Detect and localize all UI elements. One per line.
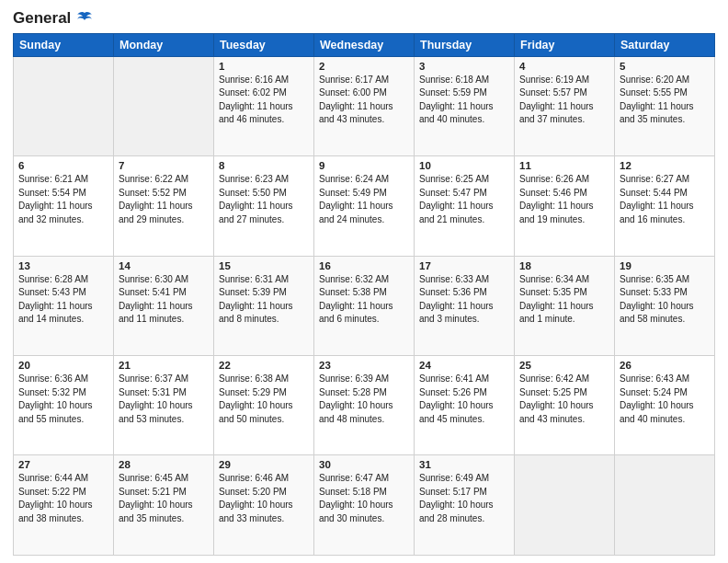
day-info: Sunrise: 6:37 AM Sunset: 5:31 PM Dayligh…: [119, 373, 209, 426]
day-info: Sunrise: 6:41 AM Sunset: 5:26 PM Dayligh…: [419, 373, 509, 426]
day-info: Sunrise: 6:23 AM Sunset: 5:50 PM Dayligh…: [219, 173, 309, 226]
calendar: SundayMondayTuesdayWednesdayThursdayFrid…: [13, 33, 715, 556]
page: General SundayMondayTuesdayWednesdayThur…: [0, 0, 728, 563]
calendar-cell: 9Sunrise: 6:24 AM Sunset: 5:49 PM Daylig…: [314, 156, 415, 256]
calendar-cell: 15Sunrise: 6:31 AM Sunset: 5:39 PM Dayli…: [214, 256, 314, 355]
day-number: 1: [219, 61, 309, 72]
weekday-header: Sunday: [14, 33, 114, 56]
weekday-header: Wednesday: [314, 33, 415, 56]
day-number: 29: [219, 459, 309, 470]
calendar-cell: 27Sunrise: 6:44 AM Sunset: 5:22 PM Dayli…: [14, 455, 114, 556]
day-number: 6: [18, 160, 108, 171]
day-info: Sunrise: 6:38 AM Sunset: 5:29 PM Dayligh…: [219, 373, 309, 426]
calendar-cell: 28Sunrise: 6:45 AM Sunset: 5:21 PM Dayli…: [114, 455, 214, 556]
day-info: Sunrise: 6:21 AM Sunset: 5:54 PM Dayligh…: [18, 173, 108, 226]
day-info: Sunrise: 6:35 AM Sunset: 5:33 PM Dayligh…: [620, 273, 710, 327]
day-info: Sunrise: 6:43 AM Sunset: 5:24 PM Dayligh…: [620, 373, 710, 426]
calendar-cell: 12Sunrise: 6:27 AM Sunset: 5:44 PM Dayli…: [615, 156, 715, 256]
day-number: 21: [119, 360, 209, 371]
day-number: 14: [119, 260, 209, 271]
day-info: Sunrise: 6:27 AM Sunset: 5:44 PM Dayligh…: [620, 173, 710, 226]
day-number: 17: [419, 260, 509, 271]
calendar-cell: 19Sunrise: 6:35 AM Sunset: 5:33 PM Dayli…: [615, 256, 715, 355]
day-number: 25: [519, 360, 609, 371]
day-number: 16: [319, 260, 409, 271]
calendar-cell: 4Sunrise: 6:19 AM Sunset: 5:57 PM Daylig…: [515, 56, 615, 155]
day-number: 20: [18, 360, 108, 371]
day-number: 18: [519, 260, 609, 271]
calendar-cell: 23Sunrise: 6:39 AM Sunset: 5:28 PM Dayli…: [314, 356, 415, 455]
weekday-header: Saturday: [615, 33, 715, 56]
calendar-cell: [515, 455, 615, 556]
day-info: Sunrise: 6:17 AM Sunset: 6:00 PM Dayligh…: [319, 74, 409, 127]
day-number: 10: [419, 160, 509, 171]
calendar-cell: 18Sunrise: 6:34 AM Sunset: 5:35 PM Dayli…: [515, 256, 615, 355]
day-number: 8: [219, 160, 309, 171]
day-number: 26: [620, 360, 710, 371]
day-info: Sunrise: 6:39 AM Sunset: 5:28 PM Dayligh…: [319, 373, 409, 426]
day-number: 11: [519, 160, 609, 171]
day-info: Sunrise: 6:19 AM Sunset: 5:57 PM Dayligh…: [519, 74, 609, 127]
day-info: Sunrise: 6:25 AM Sunset: 5:47 PM Dayligh…: [419, 173, 509, 226]
calendar-cell: 17Sunrise: 6:33 AM Sunset: 5:36 PM Dayli…: [415, 256, 515, 355]
calendar-cell: 31Sunrise: 6:49 AM Sunset: 5:17 PM Dayli…: [415, 455, 515, 556]
weekday-header: Tuesday: [214, 33, 314, 56]
day-info: Sunrise: 6:32 AM Sunset: 5:38 PM Dayligh…: [319, 273, 409, 327]
day-number: 19: [620, 260, 710, 271]
day-info: Sunrise: 6:45 AM Sunset: 5:21 PM Dayligh…: [119, 472, 209, 525]
weekday-header: Monday: [114, 33, 214, 56]
calendar-cell: 14Sunrise: 6:30 AM Sunset: 5:41 PM Dayli…: [114, 256, 214, 355]
day-info: Sunrise: 6:42 AM Sunset: 5:25 PM Dayligh…: [519, 373, 609, 426]
day-info: Sunrise: 6:44 AM Sunset: 5:22 PM Dayligh…: [18, 472, 108, 525]
calendar-cell: 13Sunrise: 6:28 AM Sunset: 5:43 PM Dayli…: [14, 256, 114, 355]
calendar-cell: 30Sunrise: 6:47 AM Sunset: 5:18 PM Dayli…: [314, 455, 415, 556]
calendar-cell: 16Sunrise: 6:32 AM Sunset: 5:38 PM Dayli…: [314, 256, 415, 355]
day-info: Sunrise: 6:28 AM Sunset: 5:43 PM Dayligh…: [18, 273, 108, 327]
day-info: Sunrise: 6:18 AM Sunset: 5:59 PM Dayligh…: [419, 74, 509, 127]
day-number: 12: [620, 160, 710, 171]
day-info: Sunrise: 6:46 AM Sunset: 5:20 PM Dayligh…: [219, 472, 309, 525]
calendar-cell: 25Sunrise: 6:42 AM Sunset: 5:25 PM Dayli…: [515, 356, 615, 455]
day-number: 7: [119, 160, 209, 171]
day-number: 9: [319, 160, 409, 171]
calendar-cell: 1Sunrise: 6:16 AM Sunset: 6:02 PM Daylig…: [214, 56, 314, 155]
day-info: Sunrise: 6:34 AM Sunset: 5:35 PM Dayligh…: [519, 273, 609, 327]
calendar-cell: 11Sunrise: 6:26 AM Sunset: 5:46 PM Dayli…: [515, 156, 615, 256]
day-info: Sunrise: 6:30 AM Sunset: 5:41 PM Dayligh…: [119, 273, 209, 327]
day-info: Sunrise: 6:49 AM Sunset: 5:17 PM Dayligh…: [419, 472, 509, 525]
calendar-cell: 6Sunrise: 6:21 AM Sunset: 5:54 PM Daylig…: [14, 156, 114, 256]
calendar-cell: [14, 56, 114, 155]
day-info: Sunrise: 6:31 AM Sunset: 5:39 PM Dayligh…: [219, 273, 309, 327]
day-info: Sunrise: 6:26 AM Sunset: 5:46 PM Dayligh…: [519, 173, 609, 226]
calendar-cell: 20Sunrise: 6:36 AM Sunset: 5:32 PM Dayli…: [14, 356, 114, 455]
day-number: 5: [620, 61, 710, 72]
day-number: 23: [319, 360, 409, 371]
day-number: 22: [219, 360, 309, 371]
calendar-cell: 29Sunrise: 6:46 AM Sunset: 5:20 PM Dayli…: [214, 455, 314, 556]
day-number: 30: [319, 459, 409, 470]
calendar-cell: 10Sunrise: 6:25 AM Sunset: 5:47 PM Dayli…: [415, 156, 515, 256]
day-number: 4: [519, 61, 609, 72]
weekday-header: Friday: [515, 33, 615, 56]
day-number: 27: [18, 459, 108, 470]
logo-name: General: [13, 9, 96, 28]
calendar-cell: 3Sunrise: 6:18 AM Sunset: 5:59 PM Daylig…: [415, 56, 515, 155]
calendar-cell: 7Sunrise: 6:22 AM Sunset: 5:52 PM Daylig…: [114, 156, 214, 256]
day-info: Sunrise: 6:22 AM Sunset: 5:52 PM Dayligh…: [119, 173, 209, 226]
day-number: 2: [319, 61, 409, 72]
day-number: 13: [18, 260, 108, 271]
calendar-cell: 24Sunrise: 6:41 AM Sunset: 5:26 PM Dayli…: [415, 356, 515, 455]
calendar-cell: [615, 455, 715, 556]
calendar-cell: [114, 56, 214, 155]
day-info: Sunrise: 6:47 AM Sunset: 5:18 PM Dayligh…: [319, 472, 409, 525]
calendar-cell: 5Sunrise: 6:20 AM Sunset: 5:55 PM Daylig…: [615, 56, 715, 155]
day-info: Sunrise: 6:20 AM Sunset: 5:55 PM Dayligh…: [620, 74, 710, 127]
day-info: Sunrise: 6:36 AM Sunset: 5:32 PM Dayligh…: [18, 373, 108, 426]
calendar-cell: 22Sunrise: 6:38 AM Sunset: 5:29 PM Dayli…: [214, 356, 314, 455]
day-info: Sunrise: 6:33 AM Sunset: 5:36 PM Dayligh…: [419, 273, 509, 327]
calendar-cell: 26Sunrise: 6:43 AM Sunset: 5:24 PM Dayli…: [615, 356, 715, 455]
logo: General: [13, 9, 96, 28]
day-info: Sunrise: 6:24 AM Sunset: 5:49 PM Dayligh…: [319, 173, 409, 226]
day-number: 28: [119, 459, 209, 470]
day-number: 15: [219, 260, 309, 271]
